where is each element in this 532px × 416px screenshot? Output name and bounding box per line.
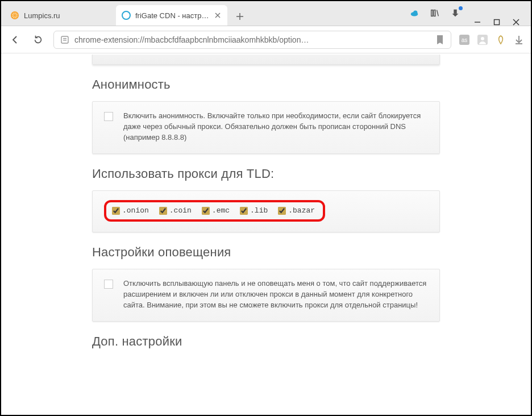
tld-item-onion[interactable]: .onion bbox=[112, 206, 149, 217]
maximize-icon[interactable] bbox=[493, 19, 500, 26]
downloads-icon[interactable] bbox=[514, 35, 524, 45]
bookmark-icon[interactable] bbox=[435, 35, 445, 45]
tld-checkbox-row: .onion .coin .emc .lib .bazar bbox=[112, 206, 315, 217]
address-bar[interactable] bbox=[53, 31, 451, 49]
section-title-notify: Настройки оповещения bbox=[92, 245, 440, 260]
tld-item-lib[interactable]: .lib bbox=[240, 206, 268, 217]
tab-strip: Lumpics.ru friGate CDN - настройки bbox=[1, 1, 531, 26]
orange-slice-icon bbox=[10, 11, 19, 20]
tld-card: .onion .coin .emc .lib .bazar bbox=[92, 190, 440, 233]
svg-rect-22 bbox=[63, 38, 66, 39]
tld-checkbox-onion[interactable] bbox=[112, 207, 120, 215]
frigate-icon bbox=[122, 11, 131, 20]
downloads-indicator-icon[interactable] bbox=[450, 8, 460, 18]
section-extra: Доп. настройки bbox=[92, 322, 440, 349]
site-info-icon[interactable] bbox=[60, 35, 70, 45]
tld-item-coin[interactable]: .coin bbox=[159, 206, 192, 217]
tab-title: friGate CDN - настройки bbox=[135, 11, 209, 20]
svg-rect-16 bbox=[454, 10, 456, 14]
section-tld: Использовать прокси для TLD: .onion .coi… bbox=[92, 154, 440, 233]
minimize-icon[interactable] bbox=[474, 19, 481, 26]
svg-rect-13 bbox=[431, 10, 433, 16]
library-icon[interactable] bbox=[430, 8, 440, 18]
tld-checkbox-coin[interactable] bbox=[159, 207, 167, 215]
notify-text: Отключить всплывающую панель и не оповещ… bbox=[123, 278, 428, 311]
tld-checkbox-bazar[interactable] bbox=[278, 207, 286, 215]
tld-label: .emc bbox=[212, 206, 230, 217]
tab-frigate[interactable]: friGate CDN - настройки bbox=[116, 5, 227, 26]
section-anonymity: Анонимность Включить анонимность. Включа… bbox=[92, 65, 440, 154]
svg-rect-14 bbox=[434, 10, 435, 16]
notify-checkbox[interactable] bbox=[104, 280, 113, 289]
ext-frigate-icon[interactable] bbox=[496, 35, 506, 45]
tab-lumpics[interactable]: Lumpics.ru bbox=[5, 5, 116, 26]
window-close-icon[interactable] bbox=[513, 19, 519, 26]
reload-button[interactable] bbox=[31, 32, 45, 47]
window-controls bbox=[466, 19, 527, 26]
tld-label: .coin bbox=[169, 206, 192, 217]
anonymity-checkbox[interactable] bbox=[104, 112, 113, 121]
page-viewport: Анонимность Включить анонимность. Включа… bbox=[2, 55, 530, 414]
anonymity-text: Включить анонимность. Включайте только п… bbox=[123, 111, 428, 143]
svg-rect-23 bbox=[63, 40, 66, 40]
svg-point-27 bbox=[481, 37, 484, 40]
svg-line-15 bbox=[437, 10, 439, 16]
section-title-tld: Использовать прокси для TLD: bbox=[92, 167, 440, 181]
svg-point-6 bbox=[122, 11, 130, 19]
toolbar: as bbox=[1, 26, 531, 53]
ext-profile-icon[interactable] bbox=[477, 35, 488, 45]
tld-item-emc[interactable]: .emc bbox=[202, 206, 230, 217]
section-title-extra: Доп. настройки bbox=[92, 334, 440, 349]
url-input[interactable] bbox=[74, 35, 430, 44]
notify-card: Отключить всплывающую панель и не оповещ… bbox=[92, 269, 440, 322]
section-notify: Настройки оповещения Отключить всплывающ… bbox=[92, 232, 440, 322]
section-title-anonymity: Анонимность bbox=[92, 77, 440, 92]
anonymity-card: Включить анонимность. Включайте только п… bbox=[92, 101, 440, 154]
cloud-icon[interactable] bbox=[409, 8, 419, 18]
previous-card-edge bbox=[92, 55, 440, 65]
annotation-highlight: .onion .coin .emc .lib .bazar bbox=[104, 200, 325, 222]
ext-lastfm-icon[interactable]: as bbox=[459, 35, 469, 45]
tld-checkbox-emc[interactable] bbox=[202, 207, 210, 215]
tld-label: .bazar bbox=[288, 206, 315, 217]
tld-label: .lib bbox=[250, 206, 268, 217]
new-tab-button[interactable] bbox=[231, 7, 249, 26]
svg-point-12 bbox=[413, 11, 417, 15]
browser-actions bbox=[409, 1, 466, 26]
tld-item-bazar[interactable]: .bazar bbox=[278, 206, 315, 217]
close-icon[interactable] bbox=[214, 11, 222, 19]
svg-text:as: as bbox=[462, 37, 468, 43]
back-button[interactable] bbox=[8, 32, 23, 47]
tab-title: Lumpics.ru bbox=[24, 11, 110, 20]
svg-rect-18 bbox=[494, 20, 500, 25]
tld-checkbox-lib[interactable] bbox=[240, 207, 248, 215]
tld-label: .onion bbox=[122, 206, 149, 217]
